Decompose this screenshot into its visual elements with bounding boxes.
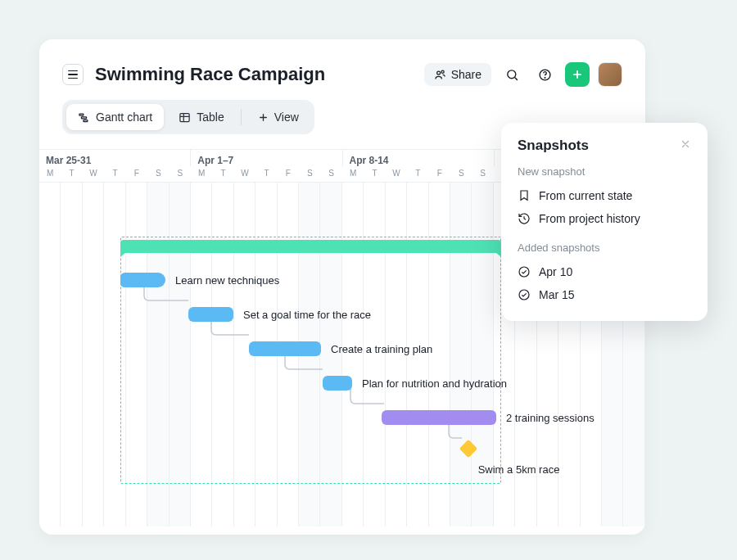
menu-icon[interactable] (62, 64, 84, 85)
panel-header: Snapshots (518, 138, 691, 154)
day-cell: S (147, 166, 169, 182)
svg-rect-6 (81, 116, 86, 118)
day-cell: W (386, 166, 407, 182)
task-label: Swim a 5km race (478, 463, 560, 476)
day-cell: F (278, 166, 299, 182)
svg-point-9 (519, 267, 529, 277)
item-label: From current state (539, 189, 632, 202)
day-cell: S (170, 166, 191, 182)
header: Swimming Race Campaign Share (39, 39, 645, 100)
day-cell: S (320, 166, 341, 182)
task-label: Learn new techniques (175, 274, 279, 287)
gantt-column (39, 183, 61, 526)
item-label: Apr 10 (539, 265, 572, 278)
day-cell: T (255, 166, 277, 182)
svg-rect-5 (79, 114, 84, 115)
item-label: Mar 15 (539, 288, 575, 301)
svg-point-0 (436, 71, 440, 75)
help-icon[interactable] (532, 62, 557, 87)
svg-point-4 (545, 77, 545, 78)
snapshot-from-history[interactable]: From project history (518, 207, 691, 230)
avatar[interactable] (598, 62, 622, 87)
gantt-column (450, 183, 472, 526)
task-label: Plan for nutrition and hydration (362, 377, 507, 390)
snapshots-panel: Snapshots New snapshot From current stat… (501, 123, 708, 321)
snapshot-from-current[interactable]: From current state (518, 184, 691, 207)
section-new-label: New snapshot (518, 165, 691, 178)
day-cell: M (191, 166, 212, 182)
gantt-column (83, 183, 104, 526)
tab-add-view[interactable]: View (246, 104, 310, 130)
day-cell: F (126, 166, 147, 182)
header-actions: Share (424, 62, 622, 87)
day-cell: T (364, 166, 385, 182)
gantt-column (126, 183, 147, 526)
svg-point-2 (507, 70, 515, 78)
snapshot-item[interactable]: Mar 15 (518, 283, 691, 306)
day-cell: S (472, 166, 493, 182)
tab-gantt[interactable]: Gantt chart (66, 104, 164, 130)
page-title: Swimming Race Campaign (95, 64, 413, 85)
svg-rect-7 (84, 120, 88, 121)
view-tabs: Gantt chart Table View (62, 100, 314, 134)
panel-title: Snapshots (518, 138, 589, 154)
search-icon[interactable] (500, 62, 524, 87)
section-added-label: Added snapshots (518, 242, 691, 254)
week-label: Apr 8-14 (343, 150, 495, 166)
gantt-column (61, 183, 82, 526)
gantt-column (212, 183, 233, 526)
day-cell: W (83, 166, 104, 182)
snapshot-item[interactable]: Apr 10 (518, 260, 691, 283)
day-cell: S (450, 166, 472, 182)
day-cell: S (299, 166, 320, 182)
task-label: 2 training sessions (506, 412, 595, 424)
tab-gantt-label: Gantt chart (96, 111, 152, 124)
day-cell: T (104, 166, 125, 182)
tab-table[interactable]: Table (167, 104, 235, 130)
gantt-task-bar[interactable]: Create a training plan (249, 341, 321, 356)
svg-point-1 (441, 70, 444, 73)
day-cell: M (39, 166, 61, 182)
tab-table-label: Table (197, 111, 224, 124)
add-button[interactable] (565, 62, 590, 87)
close-icon[interactable] (680, 138, 691, 153)
gantt-task-bar[interactable]: 2 training sessions (382, 410, 496, 425)
gantt-task-bar[interactable]: Plan for nutrition and hydration (323, 376, 352, 391)
day-cell: F (429, 166, 450, 182)
week-label: Mar 25-31 (39, 150, 191, 166)
gantt-column (104, 183, 125, 526)
gantt-column (191, 183, 212, 526)
day-cell: T (212, 166, 233, 182)
week-label: Apr 1–7 (191, 150, 342, 166)
day-cell: W (234, 166, 255, 182)
task-label: Create a training plan (331, 343, 432, 355)
share-label: Share (451, 68, 482, 81)
gantt-task-bar[interactable]: Learn new techniques (120, 273, 165, 287)
gantt-task-bar[interactable]: Set a goal time for the race (188, 307, 233, 322)
day-cell: T (61, 166, 82, 182)
gantt-summary-bar[interactable]: Cre (120, 240, 501, 253)
gantt-column (170, 183, 191, 526)
svg-point-10 (519, 290, 529, 300)
tab-separator (241, 109, 242, 125)
svg-rect-8 (180, 113, 189, 121)
share-button[interactable]: Share (424, 63, 491, 86)
item-label: From project history (539, 212, 640, 225)
day-cell: T (407, 166, 428, 182)
gantt-column (147, 183, 169, 526)
day-cell: M (342, 166, 364, 182)
tab-view-label: View (274, 111, 299, 124)
task-label: Set a goal time for the race (243, 309, 371, 321)
